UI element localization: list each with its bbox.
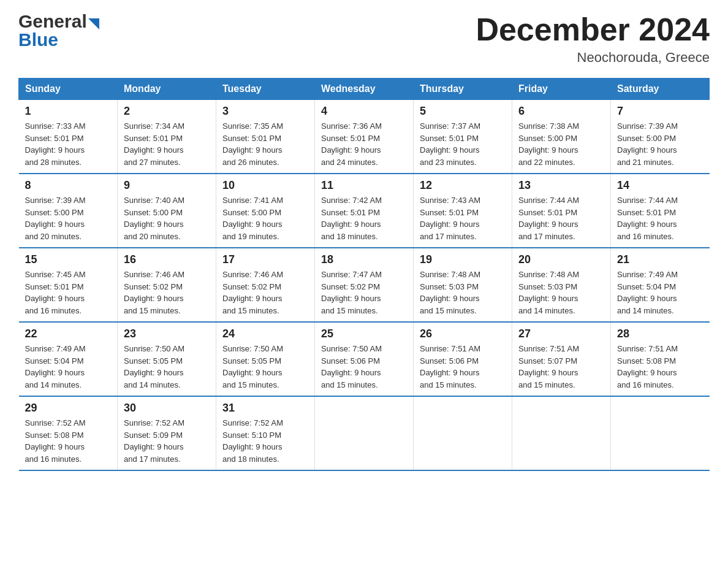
day-info: Sunrise: 7:51 AM Sunset: 5:07 PM Dayligh…: [518, 343, 604, 391]
day-info: Sunrise: 7:49 AM Sunset: 5:04 PM Dayligh…: [617, 269, 703, 316]
table-row: 25 Sunrise: 7:50 AM Sunset: 5:06 PM Dayl…: [315, 322, 414, 396]
col-header-tuesday: Tuesday: [216, 79, 315, 100]
table-row: 21 Sunrise: 7:49 AM Sunset: 5:04 PM Dayl…: [611, 248, 710, 322]
day-number: 12: [420, 179, 506, 192]
table-row: 19 Sunrise: 7:48 AM Sunset: 5:03 PM Dayl…: [414, 248, 512, 322]
table-row: 26 Sunrise: 7:51 AM Sunset: 5:06 PM Dayl…: [414, 322, 512, 396]
table-row: 13 Sunrise: 7:44 AM Sunset: 5:01 PM Dayl…: [512, 174, 611, 248]
col-header-saturday: Saturday: [611, 79, 710, 100]
table-row: 24 Sunrise: 7:50 AM Sunset: 5:05 PM Dayl…: [216, 322, 315, 396]
day-number: 22: [25, 327, 112, 340]
day-info: Sunrise: 7:35 AM Sunset: 5:01 PM Dayligh…: [222, 120, 308, 168]
day-number: 3: [222, 105, 308, 118]
day-number: 1: [25, 105, 112, 118]
table-row: 20 Sunrise: 7:48 AM Sunset: 5:03 PM Dayl…: [512, 248, 611, 322]
day-number: 5: [420, 105, 506, 118]
day-number: 14: [617, 179, 703, 192]
logo-triangle-icon: [88, 18, 99, 29]
day-info: Sunrise: 7:36 AM Sunset: 5:01 PM Dayligh…: [321, 120, 407, 168]
table-row: 14 Sunrise: 7:44 AM Sunset: 5:01 PM Dayl…: [611, 174, 710, 248]
day-info: Sunrise: 7:46 AM Sunset: 5:02 PM Dayligh…: [124, 269, 210, 316]
table-row: 23 Sunrise: 7:50 AM Sunset: 5:05 PM Dayl…: [118, 322, 216, 396]
table-row: 31 Sunrise: 7:52 AM Sunset: 5:10 PM Dayl…: [216, 396, 315, 470]
title-block: December 2024 Neochorouda, Greece: [476, 12, 710, 66]
day-number: 7: [617, 105, 703, 118]
table-row: 22 Sunrise: 7:49 AM Sunset: 5:04 PM Dayl…: [19, 322, 118, 396]
table-row: 8 Sunrise: 7:39 AM Sunset: 5:00 PM Dayli…: [19, 174, 118, 248]
day-info: Sunrise: 7:40 AM Sunset: 5:00 PM Dayligh…: [124, 194, 210, 242]
day-info: Sunrise: 7:38 AM Sunset: 5:00 PM Dayligh…: [518, 120, 604, 168]
table-row: 18 Sunrise: 7:47 AM Sunset: 5:02 PM Dayl…: [315, 248, 414, 322]
col-header-wednesday: Wednesday: [315, 79, 414, 100]
day-number: 13: [518, 179, 604, 192]
day-number: 21: [617, 253, 703, 266]
table-row: [512, 396, 611, 470]
day-number: 6: [518, 105, 604, 118]
day-info: Sunrise: 7:52 AM Sunset: 5:08 PM Dayligh…: [25, 417, 112, 465]
day-info: Sunrise: 7:50 AM Sunset: 5:05 PM Dayligh…: [222, 343, 308, 391]
col-header-thursday: Thursday: [414, 79, 512, 100]
day-number: 9: [124, 179, 210, 192]
day-info: Sunrise: 7:44 AM Sunset: 5:01 PM Dayligh…: [518, 194, 604, 242]
table-row: 28 Sunrise: 7:51 AM Sunset: 5:08 PM Dayl…: [611, 322, 710, 396]
calendar-table: Sunday Monday Tuesday Wednesday Thursday…: [18, 78, 710, 471]
table-row: [611, 396, 710, 470]
table-row: 7 Sunrise: 7:39 AM Sunset: 5:00 PM Dayli…: [611, 100, 710, 174]
table-row: 16 Sunrise: 7:46 AM Sunset: 5:02 PM Dayl…: [118, 248, 216, 322]
calendar-week-row: 22 Sunrise: 7:49 AM Sunset: 5:04 PM Dayl…: [19, 322, 710, 396]
calendar-week-row: 15 Sunrise: 7:45 AM Sunset: 5:01 PM Dayl…: [19, 248, 710, 322]
day-number: 15: [25, 253, 112, 266]
day-number: 19: [420, 253, 506, 266]
day-info: Sunrise: 7:49 AM Sunset: 5:04 PM Dayligh…: [25, 343, 112, 391]
day-info: Sunrise: 7:39 AM Sunset: 5:00 PM Dayligh…: [617, 120, 703, 168]
table-row: 4 Sunrise: 7:36 AM Sunset: 5:01 PM Dayli…: [315, 100, 414, 174]
day-info: Sunrise: 7:37 AM Sunset: 5:01 PM Dayligh…: [420, 120, 506, 168]
day-number: 11: [321, 179, 407, 192]
day-number: 18: [321, 253, 407, 266]
day-number: 28: [617, 327, 703, 340]
day-info: Sunrise: 7:39 AM Sunset: 5:00 PM Dayligh…: [25, 194, 112, 242]
page-subtitle: Neochorouda, Greece: [476, 50, 710, 66]
day-number: 31: [222, 402, 308, 415]
table-row: 1 Sunrise: 7:33 AM Sunset: 5:01 PM Dayli…: [19, 100, 118, 174]
table-row: 29 Sunrise: 7:52 AM Sunset: 5:08 PM Dayl…: [19, 396, 118, 470]
day-number: 16: [124, 253, 210, 266]
table-row: 17 Sunrise: 7:46 AM Sunset: 5:02 PM Dayl…: [216, 248, 315, 322]
day-number: 8: [25, 179, 112, 192]
day-info: Sunrise: 7:41 AM Sunset: 5:00 PM Dayligh…: [222, 194, 308, 242]
col-header-friday: Friday: [512, 79, 611, 100]
day-info: Sunrise: 7:43 AM Sunset: 5:01 PM Dayligh…: [420, 194, 506, 242]
day-number: 30: [124, 402, 210, 415]
table-row: 10 Sunrise: 7:41 AM Sunset: 5:00 PM Dayl…: [216, 174, 315, 248]
calendar-header-row: Sunday Monday Tuesday Wednesday Thursday…: [19, 79, 710, 100]
day-number: 4: [321, 105, 407, 118]
day-number: 23: [124, 327, 210, 340]
table-row: 5 Sunrise: 7:37 AM Sunset: 5:01 PM Dayli…: [414, 100, 512, 174]
day-info: Sunrise: 7:42 AM Sunset: 5:01 PM Dayligh…: [321, 194, 407, 242]
table-row: 6 Sunrise: 7:38 AM Sunset: 5:00 PM Dayli…: [512, 100, 611, 174]
day-info: Sunrise: 7:51 AM Sunset: 5:06 PM Dayligh…: [420, 343, 506, 391]
day-number: 17: [222, 253, 308, 266]
logo-general-text: General: [18, 12, 87, 31]
table-row: 12 Sunrise: 7:43 AM Sunset: 5:01 PM Dayl…: [414, 174, 512, 248]
logo-blue-text: Blue: [18, 29, 58, 50]
col-header-monday: Monday: [118, 79, 216, 100]
day-number: 2: [124, 105, 210, 118]
day-info: Sunrise: 7:34 AM Sunset: 5:01 PM Dayligh…: [124, 120, 210, 168]
logo: General Blue: [18, 12, 99, 49]
day-info: Sunrise: 7:33 AM Sunset: 5:01 PM Dayligh…: [25, 120, 112, 168]
day-info: Sunrise: 7:48 AM Sunset: 5:03 PM Dayligh…: [420, 269, 506, 316]
day-info: Sunrise: 7:48 AM Sunset: 5:03 PM Dayligh…: [518, 269, 604, 316]
table-row: [414, 396, 512, 470]
day-number: 26: [420, 327, 506, 340]
day-info: Sunrise: 7:45 AM Sunset: 5:01 PM Dayligh…: [25, 269, 112, 316]
day-info: Sunrise: 7:52 AM Sunset: 5:10 PM Dayligh…: [222, 417, 308, 465]
calendar-week-row: 1 Sunrise: 7:33 AM Sunset: 5:01 PM Dayli…: [19, 100, 710, 174]
table-row: 30 Sunrise: 7:52 AM Sunset: 5:09 PM Dayl…: [118, 396, 216, 470]
day-info: Sunrise: 7:50 AM Sunset: 5:06 PM Dayligh…: [321, 343, 407, 391]
table-row: 15 Sunrise: 7:45 AM Sunset: 5:01 PM Dayl…: [19, 248, 118, 322]
page-header: General Blue December 2024 Neochorouda, …: [18, 12, 710, 66]
table-row: 3 Sunrise: 7:35 AM Sunset: 5:01 PM Dayli…: [216, 100, 315, 174]
day-info: Sunrise: 7:51 AM Sunset: 5:08 PM Dayligh…: [617, 343, 703, 391]
day-number: 27: [518, 327, 604, 340]
